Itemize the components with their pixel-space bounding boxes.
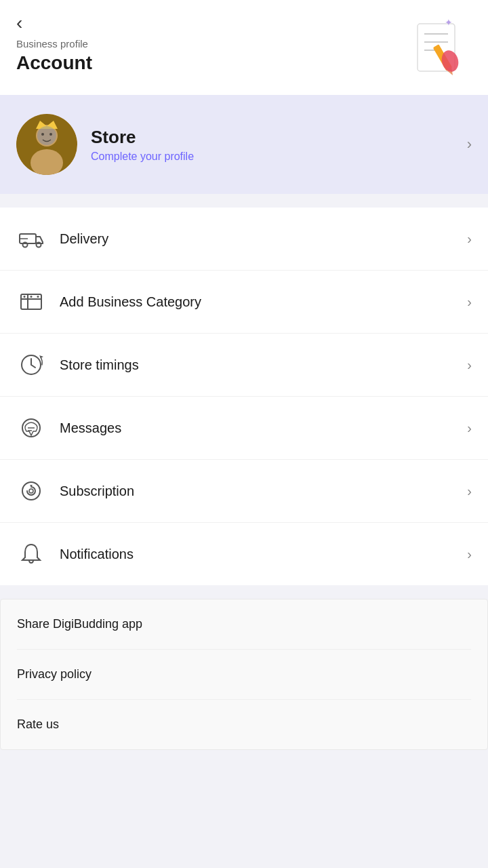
svg-point-32 <box>29 489 33 493</box>
menu-label-category: Add Business Category <box>60 294 201 310</box>
notifications-chevron: › <box>467 547 472 562</box>
menu-label-delivery: Delivery <box>60 231 108 247</box>
header: ‹ Business profile Account ✦ <box>0 0 488 95</box>
menu-item-subscription-left: Subscription <box>16 476 134 506</box>
header-illustration: ✦ <box>404 14 472 81</box>
menu-item-category-left: Add Business Category <box>16 287 201 317</box>
messages-chevron: › <box>467 420 472 436</box>
rate-us-item[interactable]: Rate us <box>17 700 471 749</box>
menu-item-store-timings[interactable]: Store timings › <box>0 334 488 397</box>
menu-item-timings-left: Store timings <box>16 350 139 380</box>
share-app-item[interactable]: Share DigiBudding app <box>17 599 471 650</box>
menu-item-messages-left: Messages <box>16 413 121 443</box>
subscription-icon <box>16 476 46 506</box>
svg-point-24 <box>37 296 39 298</box>
svg-text:✦: ✦ <box>445 17 453 28</box>
menu-section: Delivery › Add Business Category › <box>0 208 488 585</box>
timings-chevron: › <box>467 357 472 373</box>
menu-label-notifications: Notifications <box>60 547 134 562</box>
menu-item-add-business-category[interactable]: Add Business Category › <box>0 271 488 334</box>
bell-icon <box>16 539 46 569</box>
menu-label-messages: Messages <box>60 420 121 436</box>
header-left: ‹ Business profile Account <box>16 14 92 74</box>
subscription-chevron: › <box>467 484 472 499</box>
menu-item-subscription[interactable]: Subscription › <box>0 460 488 523</box>
svg-point-14 <box>37 126 56 145</box>
svg-point-23 <box>30 296 33 298</box>
breadcrumb: Business profile <box>16 38 92 50</box>
store-subtitle: Complete your profile <box>91 151 194 163</box>
back-button[interactable]: ‹ <box>16 14 38 33</box>
store-info: Store Complete your profile <box>91 127 194 163</box>
svg-marker-26 <box>39 355 43 358</box>
menu-item-notifications[interactable]: Notifications › <box>0 523 488 585</box>
category-chevron: › <box>467 294 472 310</box>
delivery-chevron: › <box>467 231 472 247</box>
store-banner[interactable]: Store Complete your profile › <box>0 95 488 194</box>
menu-item-delivery[interactable]: Delivery › <box>0 208 488 271</box>
bottom-section: Share DigiBudding app Privacy policy Rat… <box>0 599 488 750</box>
avatar <box>16 114 77 175</box>
menu-item-delivery-left: Delivery <box>16 224 108 254</box>
messages-icon <box>16 413 46 443</box>
svg-point-30 <box>22 482 40 500</box>
menu-item-messages[interactable]: Messages › <box>0 397 488 460</box>
privacy-policy-item[interactable]: Privacy policy <box>17 650 471 700</box>
menu-item-notifications-left: Notifications <box>16 539 134 569</box>
section-gap-1 <box>0 194 488 208</box>
store-name: Store <box>91 127 194 148</box>
menu-label-subscription: Subscription <box>60 484 134 499</box>
page-title: Account <box>16 52 92 74</box>
delivery-icon <box>16 224 46 254</box>
store-banner-left: Store Complete your profile <box>16 114 194 175</box>
clock-icon <box>16 350 46 380</box>
menu-label-timings: Store timings <box>60 357 139 373</box>
svg-point-22 <box>24 296 26 298</box>
category-icon <box>16 287 46 317</box>
store-banner-chevron: › <box>467 136 472 153</box>
